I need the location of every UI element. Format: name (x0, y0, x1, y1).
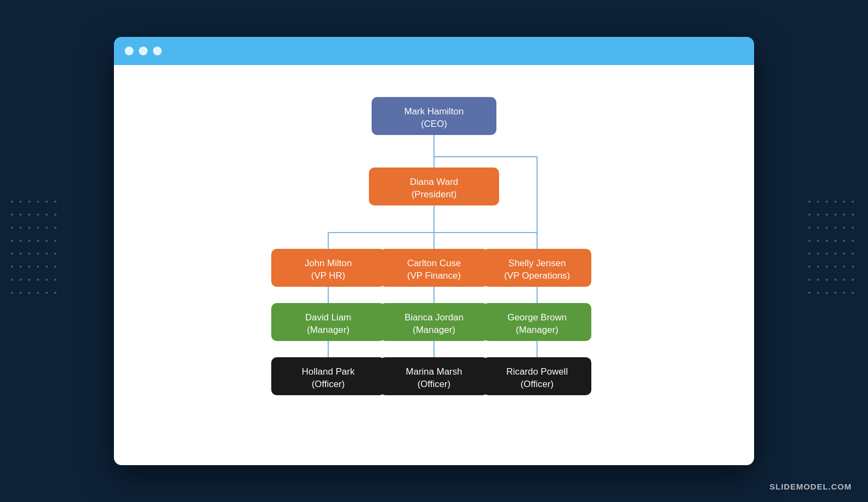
mgr2-name: Bianca Jordan (405, 312, 464, 323)
off2-name: Marina Marsh (406, 366, 462, 377)
dots-right-decoration: const dr = document.querySelector('.dots… (808, 201, 857, 301)
ceo-name: Mark Hamilton (404, 106, 464, 117)
mgr2-role: (Manager) (413, 325, 455, 335)
browser-titlebar (114, 37, 754, 65)
off3-name: Ricardo Powell (506, 366, 567, 377)
titlebar-dot-2 (139, 47, 148, 55)
mgr1-role: (Manager) (307, 325, 349, 335)
off1-name: Holland Park (302, 366, 355, 377)
vp1-role: (VP HR) (311, 271, 346, 281)
titlebar-dot-3 (153, 47, 162, 55)
president-name: Diana Ward (410, 177, 458, 187)
mgr1-name: David Liam (305, 312, 351, 323)
vp1-name: John Milton (305, 258, 352, 268)
off3-role: (Officer) (520, 379, 553, 389)
president-role: (President) (411, 189, 456, 199)
vp3-role: (VP Operations) (504, 271, 570, 281)
titlebar-dot-1 (125, 47, 133, 55)
dots-left-decoration: const dl = document.querySelector('.dots… (11, 201, 60, 301)
browser-content: Mark Hamilton (CEO) Diana Ward (Presiden… (114, 65, 754, 465)
vp2-name: Carlton Cuse (407, 258, 461, 268)
browser-window: Mark Hamilton (CEO) Diana Ward (Presiden… (114, 37, 754, 465)
org-chart-svg: Mark Hamilton (CEO) Diana Ward (Presiden… (212, 86, 656, 444)
off1-role: (Officer) (311, 379, 344, 389)
mgr3-name: George Brown (507, 312, 567, 323)
off2-role: (Officer) (417, 379, 450, 389)
watermark: SLIDEMODEL.COM (770, 482, 852, 491)
mgr3-role: (Manager) (516, 325, 558, 335)
vp2-role: (VP Finance) (407, 271, 461, 281)
ceo-role: (CEO) (421, 119, 447, 129)
vp3-name: Shelly Jensen (508, 258, 566, 268)
